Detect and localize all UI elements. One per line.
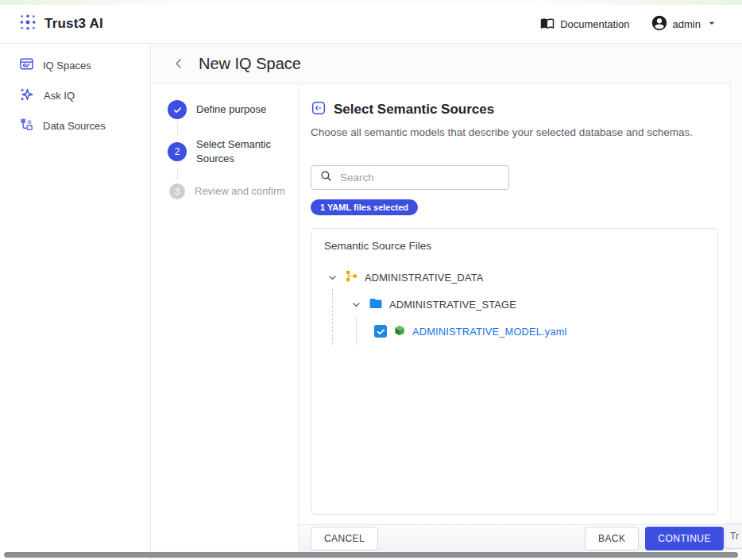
step-3-pending-indicator: 3 [169, 183, 185, 199]
stepper-connector [177, 122, 178, 134]
user-menu[interactable]: admin [651, 14, 718, 34]
chevron-down-icon [705, 17, 718, 32]
tree-indent-guide [356, 316, 357, 345]
continue-button[interactable]: CONTINUE [645, 527, 724, 550]
top-bar: Trust3 AI Documentation admin [0, 5, 742, 44]
clipped-trace-button[interactable]: Tr [725, 523, 742, 549]
yaml-file-checkbox[interactable] [374, 325, 387, 338]
search-icon [319, 169, 333, 186]
sidebar: IQ Spaces Ask IQ Data Sources [0, 44, 151, 560]
step-1-completed-indicator [168, 100, 187, 119]
tree-indent-guide [332, 289, 333, 345]
sidebar-item-iq-spaces[interactable]: IQ Spaces [0, 50, 150, 80]
sidebar-item-label: Ask IQ [44, 90, 75, 102]
avatar-icon [651, 14, 668, 34]
ask-iq-sparkle-icon [19, 87, 35, 105]
documentation-label: Documentation [560, 18, 629, 30]
tree-title: Semantic Source Files [324, 240, 705, 252]
tree-node-yaml-file[interactable]: ADMINISTRATIVE_MODEL.yaml [324, 318, 705, 345]
trust3-logo-icon [19, 14, 37, 34]
book-icon [540, 16, 555, 33]
main-area: New IQ Space Define purpose 2 Select Sem… [152, 44, 742, 560]
wizard-footer: CANCEL BACK CONTINUE [299, 524, 730, 551]
data-sources-icon [19, 117, 34, 134]
chevron-down-icon[interactable] [350, 299, 362, 311]
wizard-card: Define purpose 2 Select Semantic Sources… [152, 83, 731, 551]
stepper-connector [177, 168, 178, 180]
wizard-stepper: Define purpose 2 Select Semantic Sources… [152, 84, 299, 551]
username-label: admin [673, 18, 701, 30]
step-select-semantic-sources[interactable]: 2 Select Semantic Sources [168, 137, 288, 165]
tree-node-label: ADMINISTRATIVE_DATA [365, 272, 484, 284]
back-button[interactable]: BACK [585, 527, 639, 550]
yaml-model-cube-icon [393, 324, 406, 339]
sidebar-item-label: IQ Spaces [43, 60, 91, 71]
tree-node-label: ADMINISTRATIVE_STAGE [389, 299, 516, 311]
back-chevron-button[interactable] [171, 56, 187, 71]
step-define-purpose[interactable]: Define purpose [168, 100, 288, 119]
file-tree: ADMINISTRATIVE_DATA ADMINISTRATIVE_STAGE [324, 264, 705, 345]
horizontal-scrollbar[interactable] [4, 552, 738, 558]
documentation-link[interactable]: Documentation [540, 16, 629, 33]
step-2-active-indicator: 2 [168, 142, 187, 161]
semantic-files-panel: Semantic Source Files [311, 228, 718, 515]
chevron-down-icon[interactable] [327, 272, 338, 284]
search-input-wrapper [311, 165, 509, 190]
folder-icon [369, 296, 383, 313]
step-content-panel: Select Semantic Sources Choose all seman… [299, 84, 730, 551]
tree-node-database[interactable]: ADMINISTRATIVE_DATA [324, 264, 705, 291]
step-label: Select Semantic Sources [196, 137, 288, 165]
selection-count-badge: 1 YAML files selected [311, 199, 418, 215]
sidebar-item-label: Data Sources [43, 120, 106, 132]
step-label: Define purpose [196, 102, 266, 117]
tree-node-label[interactable]: ADMINISTRATIVE_MODEL.yaml [412, 326, 567, 338]
page-title: New IQ Space [199, 55, 301, 73]
schema-orange-icon [345, 269, 358, 285]
step-review-and-confirm[interactable]: 3 Review and confirm [168, 183, 288, 199]
tree-node-schema[interactable]: ADMINISTRATIVE_STAGE [324, 291, 705, 318]
sidebar-item-data-sources[interactable]: Data Sources [0, 110, 150, 141]
cancel-button[interactable]: CANCEL [311, 527, 378, 550]
semantic-sources-icon [311, 100, 327, 119]
search-input[interactable] [340, 172, 500, 183]
brand-name: Trust3 AI [44, 16, 103, 32]
content-title: Select Semantic Sources [334, 102, 494, 118]
iq-spaces-icon [19, 56, 34, 74]
step-label: Review and confirm [195, 184, 285, 199]
page-header: New IQ Space [152, 44, 742, 83]
brand-logo[interactable]: Trust3 AI [19, 14, 103, 34]
content-subtitle: Choose all semantic models that describe… [311, 126, 718, 138]
sidebar-item-ask-iq[interactable]: Ask IQ [0, 80, 150, 110]
